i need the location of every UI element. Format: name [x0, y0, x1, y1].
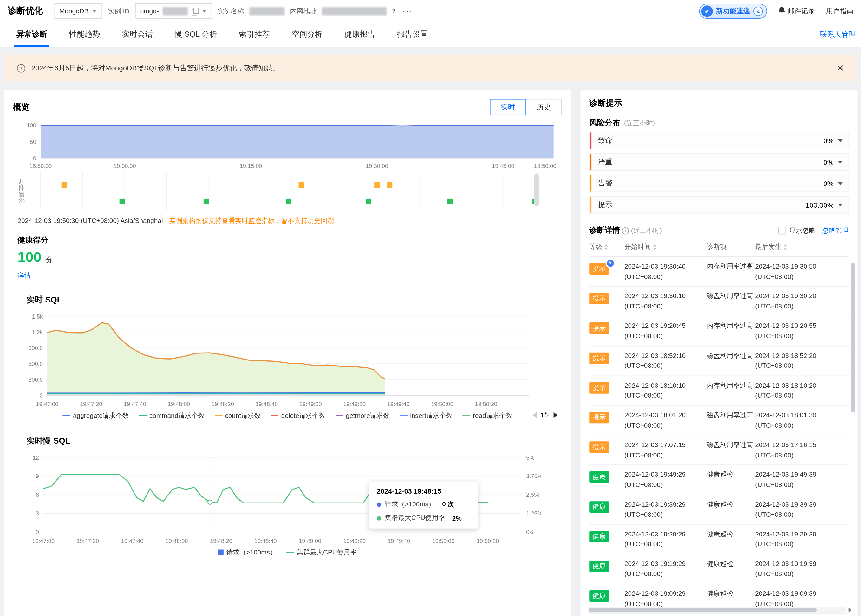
legend-item-insert请求个数[interactable]: insert请求个数 — [400, 411, 453, 420]
realtime-toggle-button[interactable]: 实时 — [490, 99, 526, 115]
health-score-label: 健康得分 — [17, 236, 562, 245]
legend-item-read请求个数[interactable]: read请求个数 — [462, 411, 513, 420]
risk-row-致命[interactable]: 致命0% — [589, 132, 848, 149]
next-page-icon[interactable] — [554, 412, 557, 418]
legend-item-count请求数[interactable]: count请求数 — [214, 411, 261, 420]
new-features-button[interactable]: 新功能速递 4 — [699, 3, 767, 18]
prev-page-icon[interactable] — [533, 412, 537, 418]
tab-索引推荐[interactable]: 索引推荐 — [228, 22, 281, 47]
risk-value: 0% — [823, 158, 834, 166]
instance-id-select[interactable]: cmgo- — [135, 3, 212, 18]
contact-manage-link[interactable]: 联系人管理 — [820, 30, 856, 39]
diagnosis-item: 内存利用率过高 — [707, 380, 755, 391]
svg-text:9: 9 — [36, 473, 39, 479]
level-badge: 健康 — [589, 531, 609, 542]
tab-慢 SQL 分析[interactable]: 慢 SQL 分析 — [164, 22, 228, 47]
diagnosis-row[interactable]: 健康2024-12-03 19:49:29(UTC+08:00)健康巡检2024… — [589, 465, 848, 495]
ignore-manage-link[interactable]: 忽略管理 — [822, 226, 848, 235]
tab-性能趋势[interactable]: 性能趋势 — [58, 22, 111, 47]
chevron-down-icon — [838, 182, 843, 185]
svg-text:0%: 0% — [526, 529, 534, 536]
diagnosis-row[interactable]: 健康2024-12-03 19:29:29(UTC+08:00)健康巡检2024… — [589, 525, 848, 555]
realtime-slow-sql-chart[interactable]: 0369120%1.25%2.5%3.75%5%19:47:0019:47:20… — [13, 451, 562, 545]
events-axis-label: 诊断事件 — [18, 179, 26, 203]
legend-item-getmore请求数[interactable]: getmore请求数 — [335, 411, 390, 420]
diagnosis-row[interactable]: 健康2024-12-03 19:19:29(UTC+08:00)健康巡检2024… — [589, 555, 848, 584]
scroll-right-icon[interactable] — [848, 608, 852, 612]
diagnosis-row[interactable]: 提示2024-12-03 19:30:10(UTC+08:00)磁盘利用率过高2… — [589, 287, 848, 316]
level-badge: 提示AI — [589, 263, 609, 275]
new-features-count: 4 — [754, 6, 763, 16]
legend-item-请求（>100ms）[interactable]: 请求（>100ms） — [218, 547, 277, 557]
last-occurred-time: 2024-12-03 18:52:20(UTC+08:00) — [755, 350, 836, 371]
sort-icon[interactable] — [653, 244, 656, 250]
vertical-scrollbar[interactable] — [851, 263, 855, 570]
events-scrollbar[interactable] — [534, 173, 539, 206]
diagnosis-item: 磁盘利用率过高 — [707, 291, 755, 301]
last-occurred-time: 2024-12-03 19:19:39(UTC+08:00) — [755, 559, 836, 579]
svg-text:19:30:00: 19:30:00 — [366, 163, 388, 169]
show-ignored-checkbox[interactable] — [778, 227, 786, 234]
diagnosis-row[interactable]: 提示AI2024-12-03 19:30:40(UTC+08:00)内存利用率过… — [589, 257, 848, 287]
svg-text:900.0: 900.0 — [28, 345, 43, 351]
risk-color-bar — [590, 196, 592, 213]
slow-sql-legend-row: 请求（>100ms）集群最大CPU使用率 — [13, 546, 562, 558]
db-type-select[interactable]: MongoDB — [54, 3, 102, 18]
diagnosis-item: 健康巡检 — [707, 559, 755, 569]
diagnosis-row[interactable]: 健康2024-12-03 19:39:29(UTC+08:00)健康巡检2024… — [589, 495, 848, 525]
close-icon[interactable]: ✕ — [836, 63, 844, 72]
intranet-suffix: 7 — [392, 7, 396, 15]
legend-item-delete请求个数[interactable]: delete请求个数 — [271, 411, 326, 420]
top-header: 诊断优化 MongoDB 实例 ID cmgo- 实例名称 内网地址 7 ···… — [0, 0, 861, 22]
horizontal-scroll-thumb[interactable] — [589, 608, 817, 612]
time-mode-toggle: 实时 历史 — [490, 99, 562, 115]
svg-text:1.5k: 1.5k — [32, 314, 43, 320]
column-header-等级[interactable]: 等级 — [589, 242, 625, 251]
chevron-down-icon — [93, 9, 97, 13]
tab-实时会话[interactable]: 实时会话 — [111, 22, 164, 47]
redacted-instance-name — [249, 7, 285, 15]
risk-value: 0% — [823, 179, 834, 187]
intranet-label: 内网地址 — [290, 6, 316, 16]
copy-icon[interactable] — [192, 7, 198, 14]
slow-sql-legend: 请求（>100ms）集群最大CPU使用率 — [13, 546, 562, 558]
svg-text:1.2k: 1.2k — [32, 329, 43, 335]
column-header-开始时间[interactable]: 开始时间 — [625, 242, 707, 251]
legend-item-command请求个数[interactable]: command请求个数 — [139, 411, 205, 420]
svg-text:3.75%: 3.75% — [526, 473, 542, 479]
svg-text:19:48:40: 19:48:40 — [256, 401, 278, 407]
legend-item-集群最大CPU使用率[interactable]: 集群最大CPU使用率 — [286, 547, 357, 557]
more-button[interactable]: ··· — [403, 6, 413, 16]
overview-title: 概览 — [13, 102, 30, 112]
user-guide-button[interactable]: 用户指南 — [826, 6, 854, 16]
sort-icon[interactable] — [605, 244, 608, 250]
tab-报告设置[interactable]: 报告设置 — [386, 22, 439, 47]
tab-健康报告[interactable]: 健康报告 — [334, 22, 386, 47]
diagnosis-row[interactable]: 提示2024-12-03 17:07:15(UTC+08:00)磁盘利用率过高2… — [589, 435, 848, 465]
diagnosis-row[interactable]: 提示2024-12-03 18:10:10(UTC+08:00)内存利用率过高2… — [589, 376, 848, 406]
tab-异常诊断[interactable]: 异常诊断 — [5, 22, 58, 47]
risk-row-提示[interactable]: 提示100.00% — [589, 196, 848, 214]
mail-records-button[interactable]: 邮件记录 — [778, 6, 815, 16]
level-badge: 提示 — [589, 322, 609, 334]
legend-item-aggregate请求个数[interactable]: aggregate请求个数 — [63, 411, 129, 420]
detail-link[interactable]: 详情 — [17, 271, 31, 281]
risk-row-告警[interactable]: 告警0% — [589, 175, 848, 192]
last-occurred-time: 2024-12-03 19:20:55(UTC+08:00) — [755, 321, 836, 341]
realtime-sql-chart[interactable]: 0300.0600.0900.01.2k1.5k19:47:0019:47:20… — [13, 308, 562, 409]
sort-icon[interactable] — [784, 244, 787, 250]
horizontal-scrollbar[interactable] — [586, 607, 852, 613]
diagnosis-row[interactable]: 提示2024-12-03 18:01:20(UTC+08:00)磁盘利用率过高2… — [589, 406, 848, 435]
legend-pagination: 1/2 — [533, 411, 557, 419]
history-toggle-button[interactable]: 历史 — [526, 99, 562, 115]
last-occurred-time: 2024-12-03 19:39:39(UTC+08:00) — [755, 499, 836, 520]
column-header-最后发生[interactable]: 最后发生 — [755, 242, 836, 251]
series-dot-requests — [377, 502, 381, 507]
svg-text:19:49:00: 19:49:00 — [299, 401, 322, 407]
diagnosis-row[interactable]: 提示2024-12-03 18:52:10(UTC+08:00)磁盘利用率过高2… — [589, 346, 848, 376]
diagnosis-events-chart[interactable] — [13, 171, 562, 211]
diagnosis-row[interactable]: 提示2024-12-03 19:20:45(UTC+08:00)内存利用率过高2… — [589, 316, 848, 346]
tab-空间分析[interactable]: 空间分析 — [281, 22, 333, 47]
risk-row-严重[interactable]: 严重0% — [589, 153, 848, 171]
notice-banner: ! 2024年6月5日起，将对MongoDB慢SQL诊断与告警进行逐步优化，敬请… — [4, 55, 857, 81]
